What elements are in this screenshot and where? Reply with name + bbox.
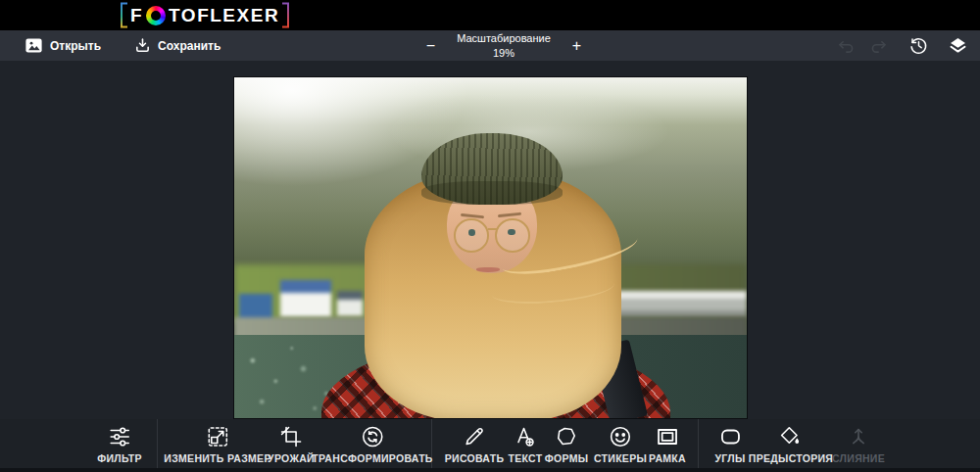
zoom-label: Масштабирование: [457, 31, 551, 45]
tool-label: ТЕКСТ: [509, 452, 543, 464]
open-label: Открыть: [50, 39, 101, 53]
merge-icon: [847, 424, 870, 449]
app-logo: F TOFLEXER: [120, 2, 290, 28]
tool-label: РАМКА: [649, 452, 686, 464]
save-button[interactable]: Сохранить: [134, 37, 220, 54]
undo-icon: [836, 37, 856, 55]
shapes-icon: [555, 424, 578, 449]
tool-label: СТИКЕРЫ: [594, 452, 647, 464]
layers-icon: [948, 35, 968, 56]
tool-resize[interactable]: ИЗМЕНИТЬ РАЗМЕР: [164, 424, 270, 464]
toolbar-separator: [698, 419, 699, 468]
logo-text-suffix: TOFLEXER: [169, 2, 279, 28]
tool-label: УГЛЫ: [714, 452, 745, 464]
logo-text-prefix: F: [130, 2, 143, 28]
tool-shapes[interactable]: ФОРМЫ: [545, 424, 589, 464]
photo-glasses-bridge: [488, 228, 497, 230]
tool-filter[interactable]: ФИЛЬТР: [97, 424, 142, 464]
draw-icon: [463, 424, 486, 449]
tool-label: ФОРМЫ: [545, 452, 589, 464]
frame-icon: [656, 424, 679, 449]
tool-crop[interactable]: УРОЖАЙ: [268, 424, 315, 464]
tool-frame[interactable]: РАМКА: [649, 424, 686, 464]
corners-icon: [718, 424, 742, 449]
filter-icon: [108, 424, 131, 449]
top-banner: F TOFLEXER: [0, 0, 980, 30]
layers-button[interactable]: [945, 33, 970, 59]
logo-bracket-left-icon: [120, 2, 128, 28]
history-icon: [908, 35, 929, 56]
zoom-out-button[interactable]: −: [426, 30, 435, 61]
tool-label: ФИЛЬТР: [97, 452, 142, 464]
tool-corners[interactable]: УГЛЫ: [714, 424, 745, 464]
window-bottom-edge: [0, 468, 980, 472]
tool-transform[interactable]: ТРАНСФОРМИРОВАТЬ: [312, 424, 432, 464]
stickers-icon: [609, 424, 632, 449]
tool-background[interactable]: ПРЕДЫСТОРИЯ: [749, 424, 833, 464]
photo-small-house: [337, 291, 363, 316]
zoom-value: 19%: [457, 46, 551, 60]
tool-label: РИСОВАТЬ: [445, 452, 505, 464]
crop-icon: [279, 424, 303, 449]
tool-label: ПРЕДЫСТОРИЯ: [749, 452, 833, 464]
tool-text[interactable]: ТЕКСТ: [509, 424, 543, 464]
tool-label: СЛИЯНИЕ: [832, 452, 885, 464]
photo-beanie: [421, 133, 563, 205]
canvas-area: [0, 61, 980, 419]
resize-icon: [206, 424, 229, 449]
tool-stickers[interactable]: СТИКЕРЫ: [594, 424, 647, 464]
redo-button[interactable]: [866, 33, 892, 59]
main-toolbar: Открыть Сохранить − Масштабирование 19% …: [0, 30, 980, 61]
text-icon: [514, 424, 537, 449]
undo-button[interactable]: [833, 33, 858, 59]
bottom-toolbar: ФИЛЬТР ИЗМЕНИТЬ РАЗМЕР УРОЖАЙ ТРАНСФОРМИ…: [0, 419, 980, 468]
photo-canvas[interactable]: [233, 76, 748, 419]
photo-white-house: [280, 280, 331, 317]
tool-label: УРОЖАЙ: [268, 452, 315, 464]
open-button[interactable]: Открыть: [24, 37, 101, 54]
transform-icon: [361, 424, 384, 449]
zoom-in-button[interactable]: +: [572, 30, 581, 61]
zoom-readout: Масштабирование 19%: [457, 31, 551, 60]
tool-merge[interactable]: СЛИЯНИЕ: [832, 424, 885, 464]
open-image-icon: [24, 37, 43, 54]
logo-bracket-right-icon: [281, 2, 290, 28]
tool-label: ТРАНСФОРМИРОВАТЬ: [312, 452, 432, 464]
history-button[interactable]: [906, 33, 931, 59]
download-icon: [134, 37, 151, 54]
redo-icon: [869, 37, 889, 55]
background-icon: [779, 424, 803, 449]
logo-color-wheel-icon: [146, 6, 166, 25]
toolbar-separator: [157, 419, 158, 468]
tool-label: ИЗМЕНИТЬ РАЗМЕР: [164, 452, 270, 464]
tool-draw[interactable]: РИСОВАТЬ: [445, 424, 505, 464]
zoom-control: − Масштабирование 19% +: [426, 30, 581, 61]
save-label: Сохранить: [158, 39, 220, 53]
